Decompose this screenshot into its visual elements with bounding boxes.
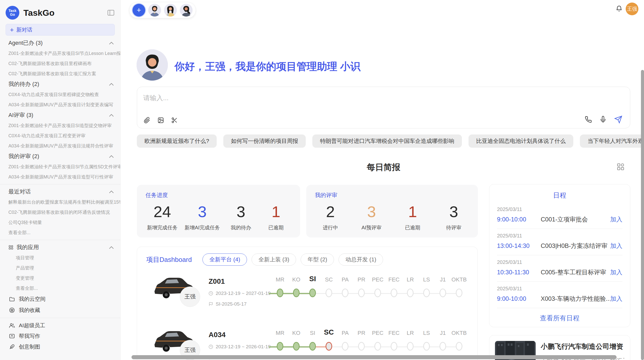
chevron-up-icon[interactable]	[109, 246, 114, 249]
sidebar-item-cloud-space[interactable]: 我的云空间	[0, 293, 120, 305]
milestone-node[interactable]	[423, 342, 430, 351]
milestone-node-done[interactable]	[277, 289, 283, 297]
sidebar-item-ai-super-staff[interactable]: AI超级员工	[0, 320, 120, 331]
milestone-node[interactable]	[391, 342, 397, 351]
milestone-node[interactable]	[440, 289, 446, 297]
milestone-node-done[interactable]	[277, 342, 283, 351]
project-row-a034[interactable]: 王强 A034 2023-12-19 ~ 2026-01-19 SC-2025-…	[146, 324, 468, 360]
divider	[0, 184, 120, 184]
list-item[interactable]: C02-飞腾新能源轻客改款项目的闭环通告反馈情况	[0, 207, 120, 217]
suggestion-chip[interactable]: 特朗普可能对进口汽车增税会对中国车企造成哪些影响	[312, 134, 462, 148]
milestone-node-overdue[interactable]	[326, 342, 332, 351]
list-item[interactable]: A034-全新新能源MUV产品开发项目计划变更表编写	[0, 100, 120, 110]
sidebar-item-label: 我的云空间	[19, 295, 46, 303]
join-link[interactable]: 加入	[610, 295, 622, 303]
project-date-range: 2023-12-19 ~ 2027-01-19	[216, 291, 271, 296]
milestone-node[interactable]	[391, 289, 397, 297]
list-item[interactable]: 解释最新出台的欧盟报废车法规再生塑料比例被调至15%...	[0, 197, 120, 207]
image-icon[interactable]	[157, 117, 164, 124]
section-my-todo[interactable]: 我的待办 (2)	[0, 79, 120, 89]
suggestion-chip[interactable]: 比亚迪全固态电池计划具体说了什么	[469, 134, 573, 148]
milestone-label: SC	[321, 276, 337, 283]
list-item[interactable]: C02-飞腾新能源轻客改款项目里程碑画布	[0, 58, 120, 69]
add-agent-button[interactable]: +	[133, 4, 145, 17]
list-item[interactable]: Z001-全新燃油皮卡产品开发项目SI节点Lesson Learn报告	[0, 48, 120, 58]
list-item[interactable]: Z001-全新燃油轻卡产品开发项目SI节点属性5D文件评审	[0, 162, 120, 172]
milestone-node[interactable]	[407, 289, 414, 297]
tab-new-platform[interactable]: 全新平台 (4)	[202, 253, 247, 266]
chevron-up-icon[interactable]	[109, 190, 114, 193]
notification-bell-icon[interactable]	[616, 5, 623, 13]
sidebar-item-project-mgmt[interactable]: 项目管理	[0, 253, 120, 263]
milestone-node[interactable]	[342, 342, 348, 351]
milestone-node-done[interactable]	[293, 289, 300, 297]
view-all-link[interactable]: 查看全部...	[0, 228, 120, 238]
phone-call-icon[interactable]	[585, 116, 592, 123]
layout-grid-icon[interactable]	[617, 163, 625, 171]
milestone-node[interactable]	[423, 289, 430, 297]
milestone-node[interactable]	[456, 342, 462, 351]
milestone-node[interactable]	[342, 289, 348, 297]
milestone-node[interactable]	[358, 289, 365, 297]
new-chat-button[interactable]: + 新对话	[6, 24, 115, 36]
suggestion-chip[interactable]: 当下年轻人对汽车外观有怎样的喜好趋势	[580, 134, 644, 148]
milestone-node-done[interactable]	[309, 342, 316, 351]
agent-avatar-2[interactable]	[164, 4, 177, 17]
list-item[interactable]: Z001-全新燃油轻卡产品开发项目SI造型提交物评审	[0, 121, 120, 131]
tab-model-year[interactable]: 年型 (2)	[301, 253, 334, 266]
agent-avatar-3[interactable]	[180, 4, 193, 17]
join-link[interactable]: 加入	[610, 268, 622, 276]
scissors-icon[interactable]	[171, 117, 178, 124]
agent-avatar-1[interactable]	[148, 4, 161, 17]
milestone-node[interactable]	[456, 289, 462, 297]
sidebar-item-product-mgmt[interactable]: 产品管理	[0, 263, 120, 273]
milestone-node[interactable]	[374, 289, 381, 297]
list-item[interactable]: A034-全新新能源MUV产品开发项目造型可行性评审	[0, 172, 120, 182]
milestone-node[interactable]	[407, 342, 414, 351]
milestone-label: PR	[353, 276, 370, 283]
section-recent-chats[interactable]: 最近对话	[0, 186, 120, 197]
list-item[interactable]: C0X4-动力总成开发项目SI里程碑提交物检查	[0, 89, 120, 100]
sidebar-item-favorites[interactable]: 我的收藏	[0, 305, 120, 316]
stat-my-todo: 3 我的待办	[227, 203, 255, 231]
section-agent-done[interactable]: Agent已办 (3)	[0, 38, 120, 48]
milestone-node[interactable]	[326, 289, 332, 297]
suggestion-chip[interactable]: 欧洲新规最近颁布了什么?	[137, 134, 217, 148]
section-my-apps[interactable]: 我的应用	[0, 242, 120, 253]
section-my-review[interactable]: 我的评审 (2)	[0, 151, 120, 162]
tab-powertrain[interactable]: 动总开发 (1)	[339, 253, 383, 266]
milestone-node[interactable]	[440, 342, 446, 351]
tab-new-body[interactable]: 全新上装 (3)	[252, 253, 296, 266]
suggestion-chip[interactable]: 如何写一份清晰的项目周报	[223, 134, 306, 148]
list-item[interactable]: A034-全新新能源MUV产品开发项目法规符合性评审	[0, 141, 120, 151]
milestone-node[interactable]	[358, 342, 365, 351]
list-item[interactable]: C0X4-动力总成开发项目工程变更评审	[0, 131, 120, 141]
microphone-icon[interactable]	[599, 116, 607, 123]
list-item[interactable]: C02-飞腾新能源轻客改款项目立项汇报方案	[0, 69, 120, 79]
chevron-up-icon[interactable]	[109, 114, 114, 117]
attachment-icon[interactable]	[144, 117, 150, 124]
join-link[interactable]: 加入	[610, 215, 622, 223]
chat-input[interactable]	[143, 92, 550, 104]
chevron-up-icon[interactable]	[109, 42, 114, 44]
chevron-up-icon[interactable]	[109, 83, 114, 86]
section-ai-review[interactable]: AI评审 (3)	[0, 110, 120, 121]
join-link[interactable]: 加入	[610, 242, 622, 250]
sidebar-item-creative-drawing[interactable]: 创意制图	[0, 341, 120, 352]
chevron-up-icon[interactable]	[109, 155, 114, 158]
milestone-label: KO	[288, 330, 304, 336]
vertical-scrollbar[interactable]	[641, 70, 644, 360]
view-all-schedule-link[interactable]: 查看所有日程	[489, 314, 630, 323]
sidebar-item-change-mgmt[interactable]: 变更管理	[0, 273, 120, 283]
milestone-node[interactable]	[374, 342, 381, 351]
milestone-node-done[interactable]	[309, 289, 316, 297]
collapse-sidebar-icon[interactable]	[108, 10, 114, 16]
view-all-link[interactable]: 查看全部...	[0, 283, 120, 293]
sidebar-item-help-me-write[interactable]: 帮我写作	[0, 331, 120, 341]
list-item[interactable]: 公司Q3轻卡销量	[0, 217, 120, 228]
send-icon[interactable]	[614, 115, 622, 124]
project-row-z001[interactable]: 王强 Z001 2023-12-19 ~ 2027-01-19 SI-2025-…	[146, 271, 468, 319]
milestone-node-done[interactable]	[293, 342, 300, 351]
user-avatar[interactable]: 王强	[626, 3, 638, 15]
horizontal-scrollbar[interactable]	[131, 355, 617, 359]
